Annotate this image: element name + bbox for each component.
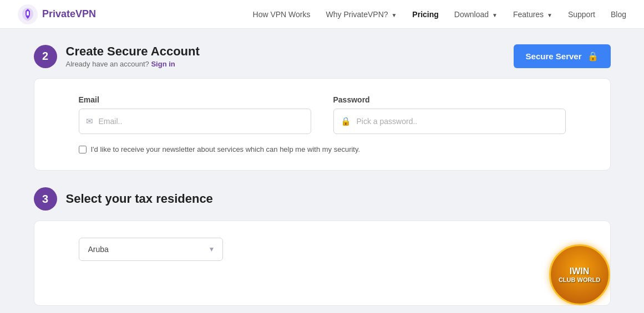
nav-item-how-vpn-works[interactable]: How VPN Works [253,9,311,19]
chevron-down-icon: ▼ [492,12,498,18]
ad-text: IWIN CLUB WORLD [559,266,600,284]
tax-residence-select-wrapper: Aruba Afghanistan Albania Algeria United… [79,238,223,261]
lock-icon: 🔒 [587,51,599,61]
password-group: Password 🔒 [333,95,566,134]
lock-field-icon: 🔒 [341,116,351,126]
newsletter-label[interactable]: I'd like to receive your newsletter abou… [91,145,361,153]
section2-subtitle: Already have an account? Sign in [66,60,200,68]
logo-icon [18,4,38,24]
nav-item-pricing[interactable]: Pricing [412,9,438,19]
form-row: Email ✉ Password 🔒 [79,95,566,134]
logo-text: PrivateVPN [42,8,96,20]
nav-link-how-vpn-works[interactable]: How VPN Works [253,10,311,19]
newsletter-row: I'd like to receive your newsletter abou… [79,145,566,153]
nav-item-blog[interactable]: Blog [611,9,626,19]
section2-title-group: Create Secure Account Already have an ac… [66,44,200,68]
step3-badge: 3 [34,187,57,211]
section2-card: Email ✉ Password 🔒 I'd like to receive y… [34,78,611,171]
section3-card: Aruba Afghanistan Albania Algeria United… [34,220,611,306]
section2-header-left: 2 Create Secure Account Already have an … [34,44,200,68]
logo-link[interactable]: PrivateVPN [18,4,96,24]
tax-residence-select[interactable]: Aruba Afghanistan Albania Algeria United… [79,238,223,261]
nav-item-download[interactable]: Download ▼ [454,9,498,19]
section3-title: Select your tax residence [66,192,213,206]
email-group: Email ✉ [79,95,311,134]
nav-links: How VPN Works Why PrivateVPN? ▼ Pricing … [253,9,626,19]
email-label: Email [79,95,311,104]
newsletter-checkbox[interactable] [79,146,87,153]
section3-header: 3 Select your tax residence [34,187,611,211]
secure-server-button[interactable]: Secure Server 🔒 [514,44,611,68]
chevron-down-icon: ▼ [547,12,552,18]
email-input-wrapper: ✉ [79,109,311,134]
password-input-wrapper: 🔒 [333,109,566,134]
password-label: Password [333,95,566,104]
email-input[interactable] [99,117,304,126]
section2-header: 2 Create Secure Account Already have an … [34,44,611,68]
nav-link-blog[interactable]: Blog [611,10,626,19]
nav-link-support[interactable]: Support [568,10,595,19]
nav-link-features[interactable]: Features ▼ [513,10,552,19]
chevron-down-icon: ▼ [391,12,397,18]
section2-title: Create Secure Account [66,44,200,59]
step2-badge: 2 [34,45,57,68]
nav-item-why-privatevpn[interactable]: Why PrivateVPN? ▼ [326,9,397,19]
navbar: PrivateVPN How VPN Works Why PrivateVPN?… [0,0,644,29]
svg-point-2 [27,11,29,13]
signin-link[interactable]: Sign in [151,60,175,68]
nav-link-why-privatevpn[interactable]: Why PrivateVPN? ▼ [326,10,397,19]
email-icon: ✉ [86,116,93,126]
ad-badge: IWIN CLUB WORLD [549,244,610,305]
nav-link-download[interactable]: Download ▼ [454,10,498,19]
nav-link-pricing[interactable]: Pricing [412,10,438,19]
nav-item-support[interactable]: Support [568,9,595,19]
main-content: 2 Create Secure Account Already have an … [23,29,622,313]
nav-item-features[interactable]: Features ▼ [513,9,552,19]
password-input[interactable] [357,117,559,126]
